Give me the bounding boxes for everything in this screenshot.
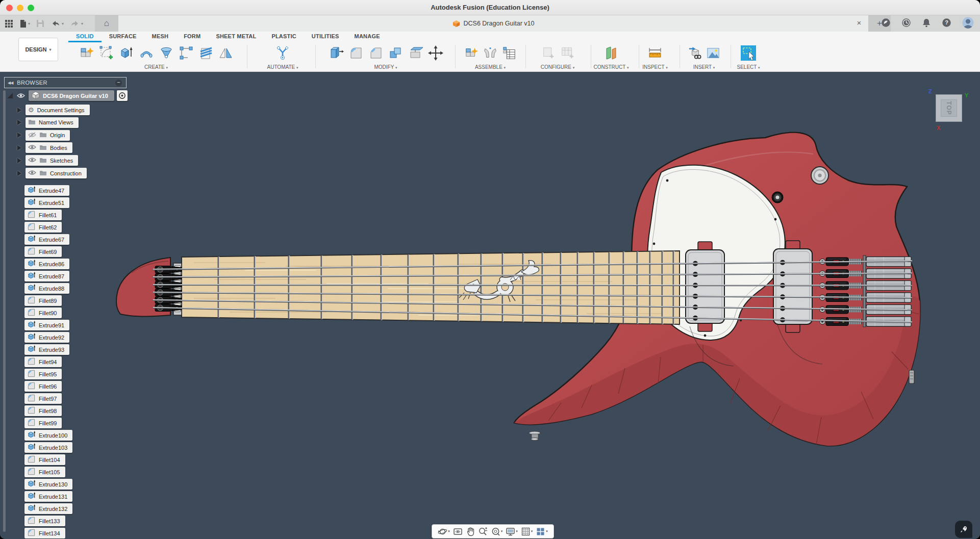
browser-feature-item[interactable]: Fillet69 — [24, 246, 62, 257]
browser-folder-item[interactable]: Construction — [26, 168, 87, 178]
browser-title: BROWSER — [17, 80, 115, 86]
browser-feature-item[interactable]: Extrude103 — [24, 442, 72, 453]
root-label: DCS6 Dragon Guitar v10 — [43, 93, 108, 99]
browser-feature-item[interactable]: Fillet90 — [24, 307, 62, 318]
browser-feature-row: Fillet62 — [24, 222, 62, 233]
pan-icon[interactable] — [466, 527, 475, 536]
display-settings-icon[interactable]: ▾ — [506, 527, 518, 536]
fillet-feature-icon — [27, 418, 36, 428]
browser-folder-item[interactable]: Sketches — [26, 155, 78, 166]
folder-icon — [39, 157, 47, 164]
visibility-eye-icon[interactable] — [17, 91, 25, 100]
expand-arrow-icon[interactable] — [17, 158, 21, 163]
visibility-eye-off-icon[interactable] — [28, 132, 36, 139]
orbit-icon[interactable]: ▾ — [438, 527, 450, 536]
gear-icon: ⚙ — [28, 107, 34, 113]
browser-feature-item[interactable]: Extrude132 — [24, 503, 72, 514]
fillet-feature-icon — [27, 296, 36, 305]
browser-panel-header[interactable]: ◀◀ BROWSER − — [4, 77, 127, 88]
browser-feature-item[interactable]: Fillet104 — [24, 454, 65, 465]
browser-feature-item[interactable]: Fillet89 — [24, 295, 62, 306]
extrude-feature-icon — [27, 271, 36, 281]
browser-feature-item[interactable]: Fillet134 — [24, 528, 65, 538]
extrude-feature-icon — [27, 235, 36, 244]
fillet-feature-icon — [27, 516, 36, 526]
browser-feature-item[interactable]: Fillet95 — [24, 369, 62, 379]
browser-feature-item[interactable]: Fillet133 — [24, 516, 65, 526]
browser-feature-item[interactable]: Extrude91 — [24, 320, 69, 330]
browser-folder-item[interactable]: ⚙ Document Settings — [26, 105, 90, 115]
browser-collapse-icon[interactable]: − — [115, 80, 122, 86]
expand-arrow-icon[interactable] — [17, 120, 21, 125]
browser-folder-item[interactable]: Origin — [26, 130, 70, 141]
browser-feature-item[interactable]: Fillet62 — [24, 222, 62, 233]
collapse-left-icon[interactable]: ◀◀ — [8, 81, 13, 85]
browser-feature-item[interactable]: Extrude93 — [24, 344, 69, 355]
feature-label: Extrude47 — [39, 188, 64, 194]
browser-feature-item[interactable]: Extrude47 — [24, 185, 69, 196]
look-at-icon[interactable] — [453, 527, 463, 536]
viewports-icon[interactable]: ▾ — [536, 527, 548, 536]
viewcube-top-face[interactable]: TOP — [936, 94, 962, 122]
browser-feature-item[interactable]: Extrude88 — [24, 283, 69, 294]
browser-folder-item[interactable]: Bodies — [26, 142, 72, 153]
browser-feature-item[interactable]: Fillet105 — [24, 467, 65, 477]
guitar-model[interactable] — [0, 0, 980, 539]
browser-feature-item[interactable]: Fillet94 — [24, 356, 62, 367]
browser-folder-item[interactable]: Named Views — [26, 117, 79, 128]
viewport-canvas[interactable]: ◀◀ BROWSER − DCS6 Dragon Guitar v10 — [0, 72, 980, 539]
browser-feature-item[interactable]: Extrude51 — [24, 197, 69, 208]
visibility-eye-icon[interactable] — [28, 157, 36, 164]
browser-feature-row: Fillet89 — [24, 295, 62, 306]
browser-root-item[interactable]: DCS6 Dragon Guitar v10 — [29, 90, 114, 101]
browser-feature-item[interactable]: Fillet98 — [24, 405, 62, 416]
app-window: Autodesk Fusion (Education License) DCS6… — [0, 0, 980, 539]
visibility-eye-icon[interactable] — [28, 170, 36, 176]
browser-feature-item[interactable]: Extrude87 — [24, 271, 69, 281]
expand-arrow-icon[interactable] — [17, 171, 21, 176]
folder-label: Origin — [50, 132, 65, 138]
browser-feature-row: Fillet95 — [24, 369, 62, 379]
folder-icon — [28, 119, 36, 126]
fillet-feature-icon — [27, 394, 36, 403]
browser-feature-item[interactable]: Extrude131 — [24, 491, 72, 502]
browser-feature-row: Fillet69 — [24, 246, 62, 257]
folder-icon — [39, 144, 47, 151]
browser-feature-item[interactable]: Extrude100 — [24, 430, 72, 441]
extrude-feature-icon — [27, 504, 36, 514]
browser-feature-row: Extrude93 — [24, 344, 69, 355]
fillet-feature-icon — [27, 528, 36, 538]
browser-folder-row: Origin — [17, 130, 70, 141]
expand-arrow-icon[interactable] — [17, 133, 21, 138]
browser-feature-row: Extrude92 — [24, 332, 69, 343]
browser-feature-item[interactable]: Fillet97 — [24, 393, 62, 404]
browser-feature-item[interactable]: Extrude86 — [24, 259, 69, 269]
expand-arrow-icon[interactable] — [17, 108, 21, 113]
browser-feature-item[interactable]: Fillet99 — [24, 418, 62, 428]
grid-snaps-icon[interactable]: ▾ — [521, 527, 533, 536]
viewcube[interactable]: Z Y X TOP — [928, 83, 980, 139]
expand-arrow-icon[interactable] — [7, 93, 13, 98]
feature-label: Fillet104 — [39, 457, 60, 463]
feature-label: Extrude131 — [39, 494, 67, 500]
browser-feature-item[interactable]: Fillet96 — [24, 381, 62, 392]
expand-arrow-icon[interactable] — [17, 145, 21, 150]
browser-feature-item[interactable]: Fillet61 — [24, 210, 62, 220]
browser-feature-item[interactable]: Extrude92 — [24, 332, 69, 343]
fillet-feature-icon — [27, 357, 36, 367]
feature-label: Extrude103 — [39, 445, 67, 451]
browser-scrollbar[interactable] — [3, 90, 6, 532]
feedback-bubble-icon[interactable] — [955, 521, 972, 538]
folder-label: Document Settings — [37, 107, 85, 113]
activate-component-radio[interactable] — [117, 90, 128, 101]
browser-feature-row: Fillet94 — [24, 356, 62, 367]
fit-icon[interactable]: ▾ — [491, 527, 503, 536]
feature-label: Extrude87 — [39, 273, 64, 279]
browser-feature-item[interactable]: Extrude130 — [24, 479, 72, 490]
feature-label: Fillet61 — [39, 212, 57, 218]
browser-feature-row: Fillet104 — [24, 454, 65, 465]
visibility-eye-icon[interactable] — [28, 144, 36, 151]
zoom-icon[interactable] — [478, 527, 488, 536]
browser-feature-item[interactable]: Extrude67 — [24, 234, 69, 245]
browser-feature-row: Extrude100 — [24, 430, 72, 441]
